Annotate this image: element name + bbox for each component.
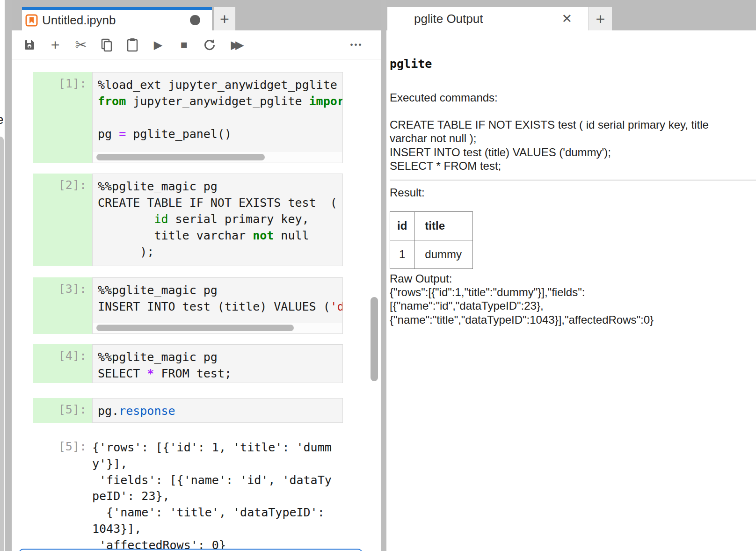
code-cell-2[interactable]: [2]:%%pglite_magic pg CREATE TABLE IF NO… — [33, 174, 343, 266]
notebook-icon — [25, 14, 38, 27]
cell-prompt: [3]: — [33, 277, 92, 334]
cell-prompt: [5]: — [33, 398, 92, 423]
restart-icon[interactable] — [203, 37, 217, 53]
cell-prompt: [4]: — [33, 344, 92, 383]
new-empty-cell[interactable] — [19, 549, 363, 551]
cell-editor[interactable]: %%pglite_magic pg INSERT INTO test (titl… — [92, 277, 343, 334]
cell-hscrollbar-thumb[interactable] — [96, 154, 265, 160]
notebook-toolbar: +✂▶■▶▶••• — [12, 30, 381, 59]
pglite-heading: pglite — [390, 57, 756, 71]
result-table-header-title: title — [414, 211, 473, 240]
output-tab-title: pglite Output — [414, 12, 483, 26]
cell-editor[interactable]: pg.response — [92, 398, 343, 423]
cell-prompt: [2]: — [33, 174, 92, 266]
tab-pglite-output[interactable]: pglite Output ✕ — [387, 7, 589, 30]
stop-icon[interactable]: ■ — [177, 37, 191, 53]
code-cell-5[interactable]: [5]:pg.response — [33, 398, 343, 423]
paste-icon[interactable] — [125, 37, 139, 53]
code-cell-1[interactable]: [1]:%load_ext jupyter_anywidget_pglite f… — [33, 72, 343, 163]
pglite-output-content: pglite Executed commands: CREATE TABLE I… — [386, 30, 756, 551]
output-tabbar: pglite Output ✕ + — [386, 0, 756, 30]
cell-output-block: [5]: {'rows': [{'id': 1, 'title': 'dumm … — [33, 434, 343, 551]
run-icon[interactable]: ▶ — [151, 37, 165, 53]
output-prompt: [5]: — [33, 434, 92, 551]
unsaved-changes-dot — [190, 15, 200, 25]
cell-editor[interactable]: %load_ext jupyter_anywidget_pglite from … — [92, 72, 343, 163]
pglite-output-panel: pglite Output ✕ + pglite Executed comman… — [386, 0, 756, 551]
window-edge-divider — [5, 0, 12, 551]
output-text: {'rows': [{'id': 1, 'title': 'dumm y'}],… — [92, 434, 343, 551]
result-table-cell-title: dummy — [414, 240, 473, 268]
result-label: Result: — [390, 186, 756, 199]
save-icon[interactable] — [22, 37, 36, 53]
result-table: id title 1 dummy — [390, 211, 473, 269]
cell-editor[interactable]: %%pglite_magic pg CREATE TABLE IF NOT EX… — [92, 174, 343, 266]
result-table-cell-id: 1 — [390, 240, 414, 268]
raw-output-text: Raw Output: {"rows":[{"id":1,"title":"du… — [390, 272, 756, 327]
section-divider — [390, 180, 756, 181]
notebook-tab-title: Untitled.ipynb — [42, 13, 116, 28]
notebook-cells-area[interactable]: [5]: {'rows': [{'id': 1, 'title': 'dumm … — [12, 60, 381, 551]
code-cell-3[interactable]: [3]:%%pglite_magic pg INSERT INTO test (… — [33, 277, 343, 334]
clipped-background-text: e — [0, 112, 4, 127]
cell-hscrollbar-thumb[interactable] — [96, 325, 294, 331]
executed-commands-label: Executed commands: — [390, 91, 756, 104]
close-icon[interactable]: ✕ — [561, 11, 572, 26]
notebook-tabbar: Untitled.ipynb + — [12, 0, 381, 30]
tab-untitled-ipynb[interactable]: Untitled.ipynb — [22, 7, 212, 30]
executed-commands-text: CREATE TABLE IF NOT EXISTS test ( id ser… — [390, 118, 756, 173]
cell-editor[interactable]: %%pglite_magic pg SELECT * FROM test; — [92, 344, 343, 383]
run-all-icon[interactable]: ▶▶ — [228, 37, 247, 53]
new-tab-button[interactable]: + — [214, 7, 235, 30]
result-table-header-id: id — [390, 211, 414, 240]
copy-icon[interactable] — [100, 37, 114, 53]
cut-icon[interactable]: ✂ — [74, 37, 88, 53]
table-row: 1 dummy — [390, 240, 473, 268]
new-tab-button-right[interactable]: + — [589, 7, 612, 30]
add-cell-icon[interactable]: + — [48, 37, 62, 53]
code-cell-4[interactable]: [4]:%%pglite_magic pg SELECT * FROM test… — [33, 344, 343, 383]
notebook-panel: Untitled.ipynb + +✂▶■▶▶••• [5]: {'rows':… — [12, 0, 381, 551]
cell-prompt: [1]: — [33, 72, 92, 163]
more-icon[interactable]: ••• — [349, 37, 363, 53]
panel-divider[interactable] — [381, 0, 386, 551]
notebook-scrollbar-thumb[interactable] — [371, 297, 378, 381]
background-scrollbar-thumb[interactable] — [0, 137, 4, 551]
background-window-sliver: e — [0, 0, 5, 551]
